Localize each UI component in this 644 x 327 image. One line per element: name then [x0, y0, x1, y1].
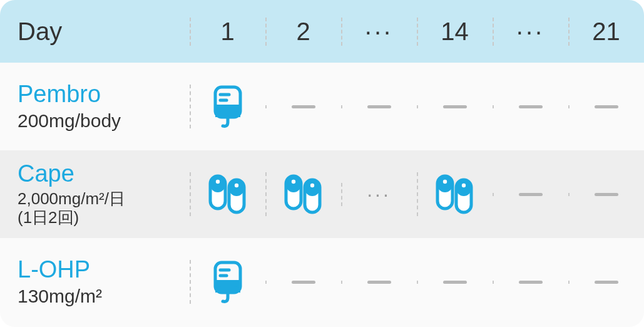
drug-name: L-OHP — [18, 257, 190, 283]
no-dose-dash — [595, 105, 618, 108]
no-dose-dash — [519, 281, 543, 284]
dose-cell — [265, 105, 341, 108]
dose-cell — [493, 193, 568, 196]
svg-point-19 — [442, 180, 446, 184]
drug-dose: 130mg/m² — [18, 286, 190, 307]
no-dose-dash — [443, 105, 467, 108]
dose-cell — [265, 281, 341, 284]
header-col-ellipsis-1: ··· — [341, 18, 417, 46]
dose-cell — [417, 105, 493, 108]
no-dose-dash — [292, 105, 315, 108]
svg-rect-6 — [210, 176, 225, 192]
dose-cell — [568, 193, 644, 196]
dose-cell — [265, 172, 341, 216]
no-dose-dash — [519, 193, 543, 196]
capsule-icon — [205, 172, 250, 216]
svg-rect-21 — [456, 180, 471, 196]
svg-point-16 — [310, 184, 314, 187]
dose-cell — [417, 172, 493, 216]
drug-name: Cape — [18, 161, 190, 187]
svg-point-10 — [234, 184, 238, 187]
svg-rect-9 — [229, 180, 244, 196]
drug-name: Pembro — [18, 81, 190, 108]
no-dose-dash — [595, 281, 618, 284]
header-col-14: 14 — [417, 18, 493, 46]
no-dose-dash — [367, 281, 391, 284]
svg-rect-15 — [305, 180, 320, 196]
no-dose-dash — [519, 105, 543, 108]
dose-cell — [190, 260, 265, 304]
drug-label: Cape 2,000mg/m²/日(1日2回) — [0, 161, 190, 227]
svg-point-7 — [215, 180, 219, 184]
header-label: Day — [0, 18, 190, 46]
dose-cell — [190, 85, 265, 128]
capsule-icon — [432, 172, 478, 216]
svg-point-22 — [461, 184, 465, 187]
dose-cell — [341, 281, 417, 284]
dose-cell — [493, 105, 568, 108]
header-col-21: 21 — [568, 18, 644, 46]
no-dose-dash — [443, 281, 467, 284]
no-dose-dash — [595, 193, 618, 196]
dose-cell — [341, 105, 417, 108]
drug-row: Cape 2,000mg/m²/日(1日2回) ··· — [0, 150, 644, 238]
dose-cell — [190, 172, 265, 216]
iv-bag-icon — [212, 260, 244, 304]
capsule-icon — [281, 172, 326, 216]
header-col-ellipsis-2: ··· — [493, 18, 568, 46]
day-header-text: Day — [18, 18, 190, 46]
schedule-table: Day 1 2 ··· 14 ··· 21 Pembro 200mg/body … — [0, 0, 644, 327]
ellipsis-icon: ··· — [367, 183, 391, 206]
dose-cell — [568, 281, 644, 284]
dose-cell: ··· — [341, 183, 417, 206]
no-dose-dash — [367, 105, 391, 108]
svg-rect-12 — [286, 176, 301, 192]
dose-cell — [568, 105, 644, 108]
iv-bag-icon — [212, 85, 244, 128]
drug-dose: 200mg/body — [18, 110, 190, 132]
dose-cell — [417, 281, 493, 284]
dose-cell — [493, 281, 568, 284]
drug-label: Pembro 200mg/body — [0, 81, 190, 132]
header-col-1: 1 — [190, 18, 265, 46]
drug-row: Pembro 200mg/body — [0, 63, 644, 150]
header-col-2: 2 — [265, 18, 341, 46]
header-row: Day 1 2 ··· 14 ··· 21 — [0, 0, 644, 63]
no-dose-dash — [292, 281, 315, 284]
drug-dose: 2,000mg/m²/日(1日2回) — [18, 190, 190, 227]
svg-point-13 — [291, 180, 295, 184]
svg-rect-18 — [437, 176, 452, 192]
drug-label: L-OHP 130mg/m² — [0, 257, 190, 307]
drug-row: L-OHP 130mg/m² — [0, 238, 644, 326]
